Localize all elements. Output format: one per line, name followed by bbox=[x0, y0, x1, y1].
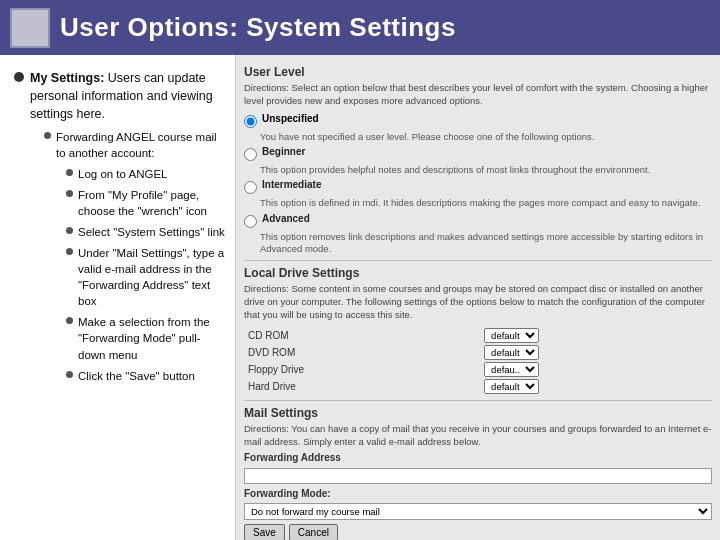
cd-rom-select[interactable]: default bbox=[484, 328, 539, 343]
sub-bullet-icon bbox=[66, 169, 73, 176]
table-row: DVD ROM default bbox=[244, 344, 712, 361]
radio-beginner-label: Beginner bbox=[262, 146, 305, 157]
right-panel: User Level Directions: Select an option … bbox=[235, 55, 720, 540]
forwarding-mode-label: Forwarding Mode: bbox=[244, 488, 712, 499]
step-text: Log on to ANGEL bbox=[78, 166, 168, 182]
section-divider bbox=[244, 260, 712, 261]
radio-unspecified[interactable] bbox=[244, 115, 257, 128]
radio-item-intermediate: Intermediate bbox=[244, 179, 712, 194]
sub-bullet-icon bbox=[44, 132, 51, 139]
main-content: My Settings: Users can update personal i… bbox=[0, 55, 720, 540]
intro-text: My Settings: Users can update personal i… bbox=[30, 69, 225, 394]
user-level-directions: Directions: Select an option below that … bbox=[244, 82, 712, 108]
section-divider bbox=[244, 400, 712, 401]
step-text: Click the "Save" button bbox=[78, 368, 195, 384]
list-item: From "My Profile" page, choose the "wren… bbox=[66, 187, 225, 219]
radio-intermediate-label: Intermediate bbox=[262, 179, 321, 190]
cancel-button[interactable]: Cancel bbox=[289, 524, 338, 540]
intro-section: My Settings: Users can update personal i… bbox=[14, 69, 225, 394]
sub-bullet-icon bbox=[66, 248, 73, 255]
drive-label: Hard Drive bbox=[244, 378, 480, 395]
drive-select-cell: default bbox=[480, 344, 712, 361]
table-row: Floppy Drive defau... bbox=[244, 361, 712, 378]
step-text: From "My Profile" page, choose the "wren… bbox=[78, 187, 225, 219]
radio-item-beginner: Beginner bbox=[244, 146, 712, 161]
header: User Options: System Settings bbox=[0, 0, 720, 55]
sub-bullet-icon bbox=[66, 371, 73, 378]
my-settings-label: My Settings: bbox=[30, 71, 104, 85]
sub-bullet-icon bbox=[66, 227, 73, 234]
local-drive-directions: Directions: Some content in some courses… bbox=[244, 283, 712, 321]
radio-beginner-desc: This option provides helpful notes and d… bbox=[260, 164, 712, 176]
mail-section-title: Mail Settings bbox=[244, 406, 712, 420]
radio-advanced-label: Advanced bbox=[262, 213, 310, 224]
logo bbox=[10, 8, 50, 48]
radio-advanced[interactable] bbox=[244, 215, 257, 228]
radio-item-advanced: Advanced bbox=[244, 213, 712, 228]
sub-heading-item: Forwarding ANGEL course mail to another … bbox=[44, 129, 225, 388]
radio-intermediate-desc: This option is defined in mdi. It hides … bbox=[260, 197, 712, 209]
list-item: Under "Mail Settings", type a valid e-ma… bbox=[66, 245, 225, 309]
drive-select-cell: default bbox=[480, 378, 712, 395]
steps-list: Forwarding ANGEL course mail to another … bbox=[44, 129, 225, 388]
local-drive-table: CD ROM default DVD ROM default Floppy Dr… bbox=[244, 327, 712, 395]
hard-drive-select[interactable]: default bbox=[484, 379, 539, 394]
drive-label: Floppy Drive bbox=[244, 361, 480, 378]
local-drive-title: Local Drive Settings bbox=[244, 266, 712, 280]
drive-label: CD ROM bbox=[244, 327, 480, 344]
sub-bullet-icon bbox=[66, 317, 73, 324]
list-item: Click the "Save" button bbox=[66, 368, 225, 384]
drive-label: DVD ROM bbox=[244, 344, 480, 361]
user-level-title: User Level bbox=[244, 65, 712, 79]
button-row: Save Cancel bbox=[244, 524, 712, 540]
radio-unspecified-desc: You have not specified a user level. Ple… bbox=[260, 131, 712, 143]
table-row: CD ROM default bbox=[244, 327, 712, 344]
step-text: Select "System Settings" link bbox=[78, 224, 225, 240]
page-title: User Options: System Settings bbox=[60, 12, 456, 43]
radio-unspecified-label: Unspecified bbox=[262, 113, 319, 124]
numbered-steps: Log on to ANGEL From "My Profile" page, … bbox=[66, 166, 225, 384]
left-panel: My Settings: Users can update personal i… bbox=[0, 55, 235, 540]
bullet-icon bbox=[14, 72, 24, 82]
forwarding-mode-select[interactable]: Do not forward my course mail Forward an… bbox=[244, 503, 712, 520]
step-text: Make a selection from the "Forwarding Mo… bbox=[78, 314, 225, 362]
mail-directions: Directions: You can have a copy of mail … bbox=[244, 423, 712, 449]
list-item: Log on to ANGEL bbox=[66, 166, 225, 182]
list-item: Select "System Settings" link bbox=[66, 224, 225, 240]
radio-item-unspecified: Unspecified bbox=[244, 113, 712, 128]
radio-beginner[interactable] bbox=[244, 148, 257, 161]
drive-select-cell: defau... bbox=[480, 361, 712, 378]
radio-group-user-level: Unspecified You have not specified a use… bbox=[244, 113, 712, 256]
radio-intermediate[interactable] bbox=[244, 181, 257, 194]
table-row: Hard Drive default bbox=[244, 378, 712, 395]
step-text: Under "Mail Settings", type a valid e-ma… bbox=[78, 245, 225, 309]
sub-heading-text: Forwarding ANGEL course mail to another … bbox=[56, 129, 225, 388]
forwarding-address-label: Forwarding Address bbox=[244, 452, 712, 463]
drive-select-cell: default bbox=[480, 327, 712, 344]
list-item: Make a selection from the "Forwarding Mo… bbox=[66, 314, 225, 362]
forwarding-address-input[interactable] bbox=[244, 468, 712, 484]
save-button[interactable]: Save bbox=[244, 524, 285, 540]
radio-advanced-desc: This option removes link descriptions an… bbox=[260, 231, 712, 256]
floppy-select[interactable]: defau... bbox=[484, 362, 539, 377]
dvd-rom-select[interactable]: default bbox=[484, 345, 539, 360]
sub-bullet-icon bbox=[66, 190, 73, 197]
